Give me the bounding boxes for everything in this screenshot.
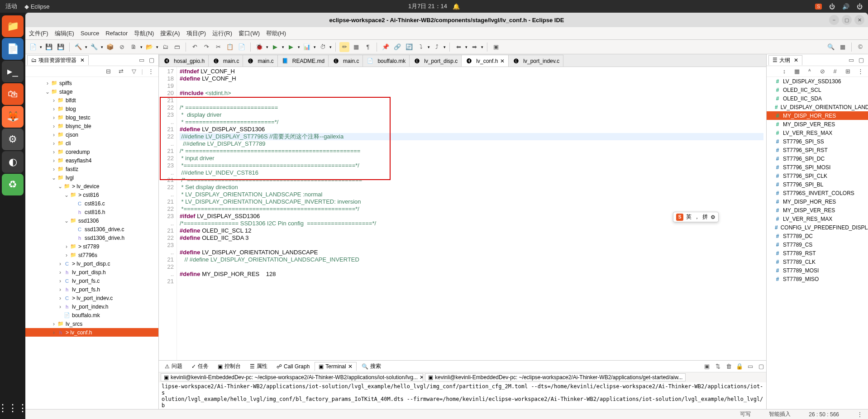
volume-icon[interactable]: 🔊: [842, 3, 849, 10]
activities-button[interactable]: 活动: [5, 2, 17, 10]
app-menu[interactable]: ◆ Eclipse: [24, 3, 50, 10]
network-icon[interactable]: ⏻: [829, 3, 835, 10]
notification-icon[interactable]: 🔔: [453, 3, 460, 10]
clock[interactable]: 1月7日 21：14: [408, 2, 447, 10]
power-icon[interactable]: ⏻: [857, 3, 863, 10]
input-method-icon[interactable]: S: [815, 4, 822, 10]
